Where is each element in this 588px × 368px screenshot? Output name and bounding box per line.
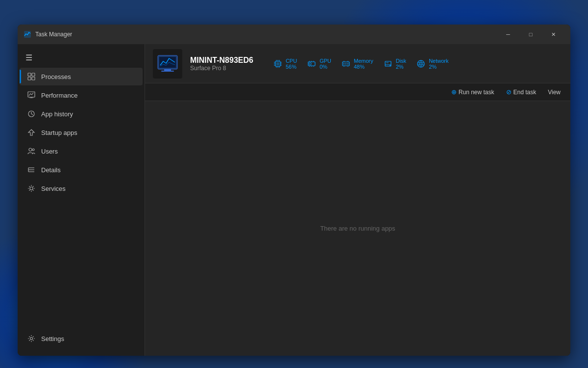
metric-memory: Memory 48%	[341, 58, 373, 70]
processes-label: Processes	[41, 73, 71, 80]
view-button[interactable]: View	[544, 87, 564, 98]
processes-icon	[27, 73, 35, 80]
details-icon	[27, 166, 35, 174]
run-new-task-button[interactable]: ⊕ Run new task	[447, 86, 498, 98]
window-controls: ─ □ ✕	[497, 27, 564, 42]
sidebar-item-app-history[interactable]: App history	[20, 105, 143, 123]
view-label: View	[548, 89, 561, 96]
app-history-icon	[27, 110, 35, 118]
svg-point-53	[390, 65, 391, 66]
svg-rect-44	[343, 63, 344, 65]
network-icon	[416, 59, 426, 69]
disk-icon	[383, 59, 393, 69]
task-manager-window: Task Manager ─ □ ✕ ☰	[18, 25, 570, 356]
svg-point-55	[417, 60, 424, 67]
end-task-button[interactable]: ⊘ End task	[502, 86, 540, 98]
svg-rect-19	[164, 69, 171, 71]
header-bar: MININT-N893ED6 Surface Pro 8	[145, 44, 570, 83]
svg-rect-22	[276, 62, 279, 65]
services-label: Services	[41, 185, 66, 192]
svg-point-15	[30, 187, 33, 190]
users-icon	[27, 147, 35, 155]
window-title: Task Manager	[35, 31, 72, 38]
services-icon	[27, 184, 35, 192]
details-label: Details	[41, 166, 61, 174]
metrics-container: CPU 56%	[273, 58, 449, 70]
device-icon-box	[153, 49, 182, 79]
sidebar-item-settings[interactable]: Settings	[20, 330, 143, 347]
startup-icon	[27, 129, 35, 136]
disk-label: Disk	[396, 58, 406, 64]
sidebar-bottom: Settings	[18, 329, 145, 352]
right-panel: MININT-N893ED6 Surface Pro 8	[145, 44, 570, 356]
cpu-icon	[273, 59, 283, 69]
svg-point-10	[32, 149, 34, 151]
memory-label: Memory	[354, 58, 373, 64]
svg-point-9	[29, 148, 32, 151]
taskmanager-icon	[24, 30, 31, 38]
toolbar: ⊕ Run new task ⊘ End task View	[145, 83, 570, 101]
device-name: MININT-N893ED6	[190, 56, 253, 65]
run-new-task-label: Run new task	[459, 89, 494, 96]
cpu-label: CPU	[286, 58, 297, 64]
network-label: Network	[429, 58, 448, 64]
performance-icon	[27, 91, 35, 99]
app-history-label: App history	[41, 110, 73, 118]
sidebar-item-users[interactable]: Users	[20, 142, 143, 160]
svg-rect-1	[28, 73, 31, 76]
gpu-value: 0%	[319, 64, 331, 70]
svg-rect-3	[28, 77, 31, 80]
memory-metric-text: Memory 48%	[354, 58, 373, 70]
settings-icon	[27, 335, 35, 342]
svg-rect-46	[347, 63, 348, 65]
svg-rect-20	[161, 71, 174, 72]
sidebar: ☰ Processes	[18, 44, 145, 356]
metric-cpu: CPU 56%	[273, 58, 297, 70]
title-bar-left: Task Manager	[24, 30, 497, 38]
disk-metric-text: Disk 2%	[396, 58, 406, 70]
memory-value: 48%	[354, 64, 373, 70]
title-bar: Task Manager ─ □ ✕	[18, 25, 570, 44]
performance-label: Performance	[41, 92, 77, 99]
users-label: Users	[41, 148, 58, 155]
maximize-button[interactable]: □	[519, 27, 542, 42]
no-apps-message: There are no running apps	[320, 225, 395, 232]
sidebar-item-processes[interactable]: Processes	[20, 68, 143, 85]
end-task-label: End task	[514, 89, 537, 96]
svg-rect-45	[345, 63, 346, 65]
close-button[interactable]: ✕	[542, 27, 564, 42]
sidebar-item-startup-apps[interactable]: Startup apps	[20, 124, 143, 141]
memory-icon	[341, 59, 351, 69]
sidebar-item-details[interactable]: Details	[20, 161, 143, 179]
gpu-icon	[307, 59, 317, 69]
svg-rect-4	[32, 77, 35, 80]
svg-point-16	[30, 338, 33, 340]
svg-rect-2	[32, 73, 35, 76]
svg-rect-36	[309, 63, 311, 65]
cpu-metric-text: CPU 56%	[286, 58, 297, 70]
network-value: 2%	[429, 64, 448, 70]
end-task-icon: ⊘	[506, 88, 512, 96]
disk-value: 2%	[396, 64, 406, 70]
metric-network: Network 2%	[416, 58, 448, 70]
device-model: Surface Pro 8	[190, 65, 253, 72]
svg-rect-54	[386, 62, 389, 63]
metric-gpu: GPU 0%	[307, 58, 331, 70]
hamburger-button[interactable]: ☰	[18, 48, 145, 67]
startup-apps-label: Startup apps	[41, 129, 77, 136]
settings-label: Settings	[41, 335, 64, 342]
minimize-button[interactable]: ─	[497, 27, 519, 42]
sidebar-item-performance[interactable]: Performance	[20, 86, 143, 104]
network-metric-text: Network 2%	[429, 58, 448, 70]
gpu-label: GPU	[319, 58, 331, 64]
content-area: There are no running apps	[145, 101, 570, 356]
main-content: ☰ Processes	[18, 44, 570, 356]
hamburger-icon: ☰	[25, 53, 32, 62]
sidebar-item-services[interactable]: Services	[20, 180, 143, 197]
metric-disk: Disk 2%	[383, 58, 406, 70]
gpu-metric-text: GPU 0%	[319, 58, 331, 70]
cpu-value: 56%	[286, 64, 297, 70]
svg-rect-18	[159, 57, 176, 68]
run-task-icon: ⊕	[451, 88, 457, 96]
device-info: MININT-N893ED6 Surface Pro 8	[190, 56, 253, 72]
